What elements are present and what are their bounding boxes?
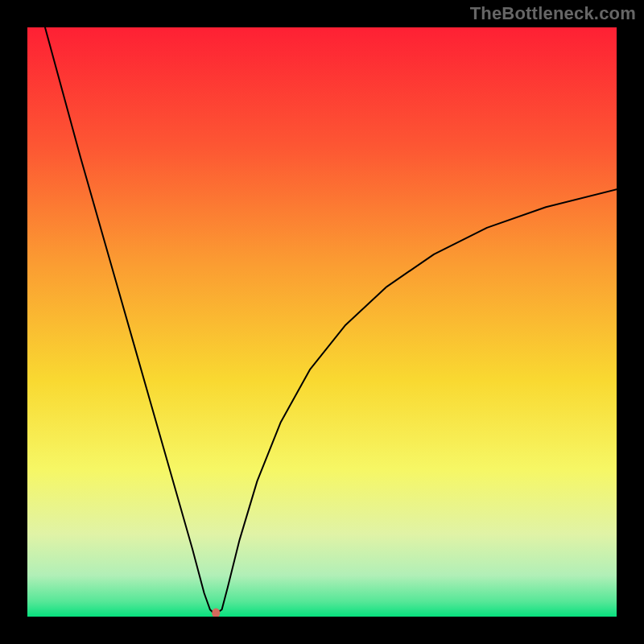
- gradient-background: [27, 27, 617, 617]
- chart-svg: [27, 27, 617, 617]
- watermark-text: TheBottleneck.com: [470, 3, 636, 24]
- chart-container: TheBottleneck.com: [0, 0, 644, 644]
- plot-area: [27, 27, 617, 617]
